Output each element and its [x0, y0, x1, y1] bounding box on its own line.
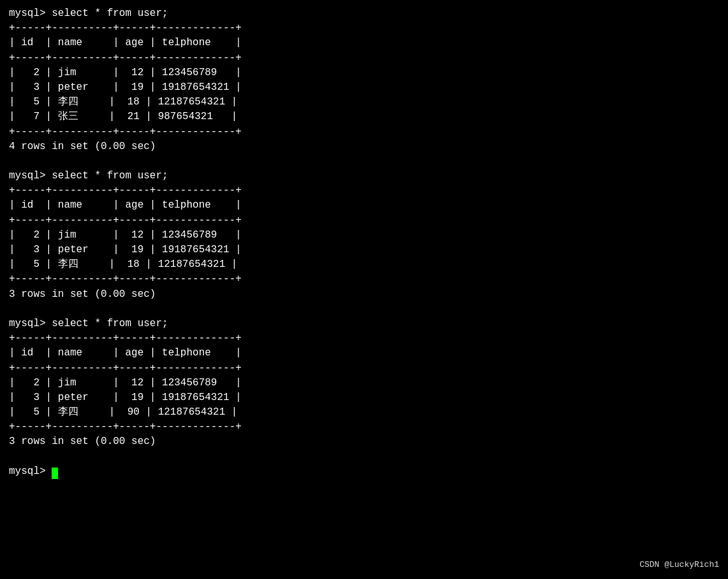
row-block1-2: | 5 | 李四 | 18 | 12187654321 | — [9, 96, 237, 108]
row-block3-2: | 5 | 李四 | 90 | 12187654321 | — [9, 406, 237, 418]
border-mid-block2: +-----+----------+-----+-------------+ — [9, 215, 242, 226]
row-block2-1: | 3 | peter | 19 | 19187654321 | — [9, 244, 242, 255]
prompt-block2: mysql> select * from user; — [9, 170, 168, 182]
row-block2-2: | 5 | 李四 | 18 | 12187654321 | — [9, 259, 237, 270]
header-block3: | id | name | age | telphone | — [9, 347, 242, 359]
next-prompt: mysql> — [9, 466, 52, 477]
result-block1: 4 rows in set (0.00 sec) — [9, 141, 156, 152]
header-block2: | id | name | age | telphone | — [9, 199, 242, 211]
border-mid-block3: +-----+----------+-----+-------------+ — [9, 362, 242, 374]
border-bot-block2: +-----+----------+-----+-------------+ — [9, 273, 242, 285]
border-bot-block1: +-----+----------+-----+-------------+ — [9, 126, 242, 138]
header-block1: | id | name | age | telphone | — [9, 37, 242, 48]
prompt-block1: mysql> select * from user; — [9, 8, 168, 19]
row-block1-1: | 3 | peter | 19 | 19187654321 | — [9, 82, 242, 93]
row-block2-0: | 2 | jim | 12 | 123456789 | — [9, 229, 242, 241]
row-block3-1: | 3 | peter | 19 | 19187654321 | — [9, 392, 242, 403]
border-top-block1: +-----+----------+-----+-------------+ — [9, 22, 242, 34]
watermark: CSDN @LuckyRich1 — [639, 559, 719, 571]
cursor — [52, 468, 58, 479]
result-block2: 3 rows in set (0.00 sec) — [9, 289, 156, 300]
border-mid-block1: +-----+----------+-----+-------------+ — [9, 52, 242, 64]
row-block3-0: | 2 | jim | 12 | 123456789 | — [9, 377, 242, 389]
row-block1-0: | 2 | jim | 12 | 123456789 | — [9, 67, 242, 78]
border-top-block2: +-----+----------+-----+-------------+ — [9, 185, 242, 196]
terminal-window: mysql> select * from user; +-----+------… — [9, 6, 719, 479]
border-bot-block3: +-----+----------+-----+-------------+ — [9, 421, 242, 432]
row-block1-3: | 7 | 张三 | 21 | 987654321 | — [9, 111, 237, 122]
prompt-block3: mysql> select * from user; — [9, 318, 168, 329]
border-top-block3: +-----+----------+-----+-------------+ — [9, 332, 242, 344]
result-block3: 3 rows in set (0.00 sec) — [9, 436, 156, 447]
